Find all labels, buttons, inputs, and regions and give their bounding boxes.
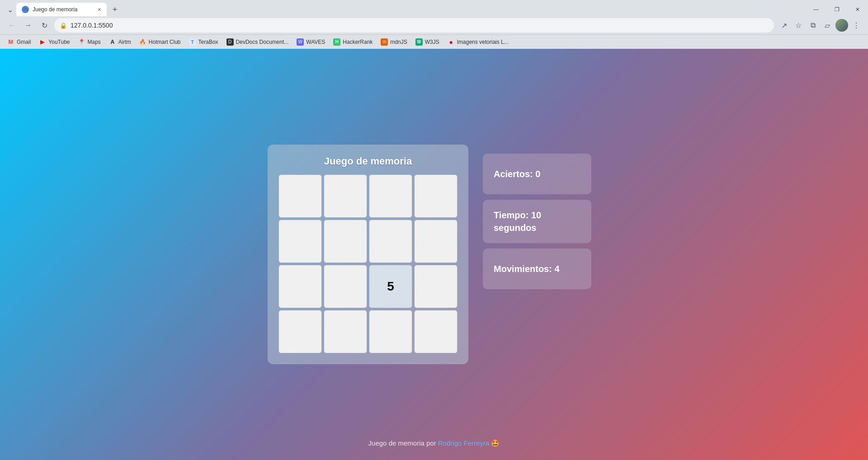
grid-cell-2-1[interactable] xyxy=(324,265,367,308)
url-bar[interactable]: 🔒 127.0.0.1:5500 xyxy=(54,18,774,33)
grid-cell-2-3[interactable] xyxy=(414,265,458,308)
game-grid: 5 xyxy=(278,174,458,353)
app-content: Juego de memoria 5 xyxy=(0,49,868,460)
bookmark-gmail[interactable]: M Gmail xyxy=(4,37,34,47)
grid-cell-0-0[interactable] xyxy=(278,174,322,218)
moves-label: Movimientos: 4 xyxy=(494,263,560,275)
grid-cell-0-3[interactable] xyxy=(414,174,458,218)
profile-avatar[interactable] xyxy=(835,19,848,32)
toolbar-right: ↗ ☆ ⧉ ▱ ⋮ xyxy=(778,19,863,32)
youtube-icon: ▶ xyxy=(39,38,46,46)
share-button[interactable]: ↗ xyxy=(778,19,790,32)
avatar-image xyxy=(835,19,848,32)
address-bar: ← → ↻ 🔒 127.0.0.1:5500 ↗ ☆ ⧉ ▱ ⋮ xyxy=(0,16,868,34)
bookmark-hackerrank[interactable]: H HackerRank xyxy=(330,37,376,47)
grid-cell-0-1[interactable] xyxy=(324,174,367,218)
grid-cell-3-1[interactable] xyxy=(324,310,367,353)
maps-icon: 📍 xyxy=(78,38,85,46)
bookmarks-bar: M Gmail ▶ YouTube 📍 Maps A Airtm 🔥 Hotma… xyxy=(0,34,868,49)
tab-bar: ⌄ 🎮 Juego de memoria × + — ❐ ✕ xyxy=(0,0,868,16)
minimize-button[interactable]: — xyxy=(806,1,826,18)
hits-box: Aciertos: 0 xyxy=(483,154,591,194)
lock-icon: 🔒 xyxy=(60,22,67,29)
bookmark-mdnjs[interactable]: m mdnJS xyxy=(377,37,410,47)
grid-cell-3-0[interactable] xyxy=(278,310,322,353)
devdocs-icon: D xyxy=(226,38,234,46)
back-button[interactable]: ← xyxy=(5,19,18,32)
grid-cell-2-2[interactable]: 5 xyxy=(369,265,412,308)
forward-button[interactable]: → xyxy=(22,19,34,32)
time-label: Tiempo: 10 segundos xyxy=(494,209,580,234)
grid-cell-0-2[interactable] xyxy=(369,174,412,218)
grid-cell-1-1[interactable] xyxy=(324,220,367,263)
footer-emoji: 🤩 xyxy=(491,439,500,447)
extensions-button[interactable]: ⧉ xyxy=(807,19,819,32)
game-container: Juego de memoria 5 xyxy=(268,145,600,364)
bookmark-maps[interactable]: 📍 Maps xyxy=(75,37,104,47)
bookmark-w3js[interactable]: W W3JS xyxy=(412,37,443,47)
active-tab[interactable]: 🎮 Juego de memoria × xyxy=(16,3,107,16)
grid-cell-1-2[interactable] xyxy=(369,220,412,263)
tab-title: Juego de memoria xyxy=(33,6,94,13)
grid-cell-1-0[interactable] xyxy=(278,220,322,263)
tab-favicon: 🎮 xyxy=(22,6,29,13)
reload-button[interactable]: ↻ xyxy=(38,19,51,32)
grid-cell-1-3[interactable] xyxy=(414,220,458,263)
mdnjs-icon: m xyxy=(381,38,388,46)
tab-close-button[interactable]: × xyxy=(98,6,101,13)
hotmart-icon: 🔥 xyxy=(139,38,146,46)
bookmark-button[interactable]: ☆ xyxy=(792,19,805,32)
maximize-button[interactable]: ❐ xyxy=(826,1,847,18)
split-button[interactable]: ▱ xyxy=(821,19,834,32)
stats-panel: Aciertos: 0 Tiempo: 10 segundos Movimien… xyxy=(474,145,600,298)
moves-box: Movimientos: 4 xyxy=(483,249,591,289)
grid-cell-3-3[interactable] xyxy=(414,310,458,353)
hits-label: Aciertos: 0 xyxy=(494,168,540,180)
window-controls: — ❐ ✕ xyxy=(806,1,868,18)
footer: Juego de memoria por Rodrigo Ferreyra 🤩 xyxy=(368,439,500,447)
airtm-icon: A xyxy=(109,38,116,46)
bookmark-youtube[interactable]: ▶ YouTube xyxy=(35,37,73,47)
close-button[interactable]: ✕ xyxy=(847,1,868,18)
game-panel: Juego de memoria 5 xyxy=(268,145,468,364)
gmail-icon: M xyxy=(7,38,14,46)
bookmark-terabox[interactable]: T TeraBox xyxy=(185,37,222,47)
grid-cell-3-2[interactable] xyxy=(369,310,412,353)
tab-search-button[interactable]: ⌄ xyxy=(4,3,16,16)
bookmark-devdocs[interactable]: D DevDocs Document... xyxy=(223,37,292,47)
url-text: 127.0.0.1:5500 xyxy=(71,22,769,29)
footer-text: Juego de memoria por xyxy=(368,439,438,447)
bookmark-imagens[interactable]: ● Imagens vetoriais L... xyxy=(444,37,512,47)
grid-cell-2-0[interactable] xyxy=(278,265,322,308)
game-title: Juego de memoria xyxy=(324,155,412,167)
menu-button[interactable]: ⋮ xyxy=(850,19,863,32)
waves-icon: W xyxy=(297,38,304,46)
bookmark-waves[interactable]: W WAVES xyxy=(293,37,329,47)
imagens-icon: ● xyxy=(448,38,455,46)
bookmark-hotmart[interactable]: 🔥 Hotmart Club xyxy=(136,37,184,47)
terabox-icon: T xyxy=(189,38,196,46)
w3js-icon: W xyxy=(415,38,423,46)
hackerrank-icon: H xyxy=(333,38,340,46)
new-tab-button[interactable]: + xyxy=(108,3,121,16)
browser-chrome: ⌄ 🎮 Juego de memoria × + — ❐ ✕ ← → ↻ 🔒 1… xyxy=(0,0,868,49)
bookmark-airtm[interactable]: A Airtm xyxy=(105,37,135,47)
footer-author-link[interactable]: Rodrigo Ferreyra xyxy=(438,439,489,447)
time-box: Tiempo: 10 segundos xyxy=(483,200,591,243)
